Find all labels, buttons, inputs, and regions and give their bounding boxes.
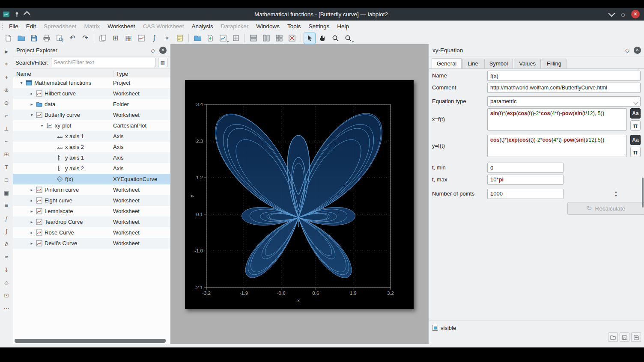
layout-grid-button[interactable] <box>273 33 285 44</box>
zoom-select-mode-button[interactable] <box>329 33 341 44</box>
close-properties-icon[interactable]: ✕ <box>634 47 641 54</box>
close-dock-icon[interactable]: ✕ <box>159 47 167 54</box>
tab-values[interactable]: Values <box>514 59 541 68</box>
new-workbook-button[interactable] <box>97 33 109 44</box>
worksheet-view[interactable]: -3.2-1.9-0.60.61.93.23.42.31.20.1-1.0-2.… <box>171 44 428 344</box>
filter-options-icon[interactable]: ▥ <box>158 58 167 67</box>
expander-icon[interactable]: ▾ <box>19 77 24 88</box>
save-as-template-icon[interactable] <box>631 332 641 342</box>
export-tool-icon[interactable]: ↧ <box>2 265 11 274</box>
constants-icon[interactable]: π <box>630 120 641 131</box>
zoom-fit-page-button[interactable] <box>230 33 242 44</box>
more-tool-icon[interactable]: ⋯ <box>2 303 11 313</box>
baseline-tool-icon[interactable]: ⊥ <box>2 124 11 133</box>
spin-up-icon[interactable]: ▲ <box>614 190 617 193</box>
expander-icon[interactable]: ▸ <box>29 206 34 217</box>
float-dock-icon[interactable]: ◇ <box>151 47 155 53</box>
menu-edit[interactable]: Edit <box>22 21 40 32</box>
butterfly-curve[interactable] <box>215 113 382 278</box>
float-properties-icon[interactable]: ◇ <box>625 47 629 53</box>
column-name[interactable]: Name <box>13 71 113 77</box>
function-tool-icon[interactable]: ƒ <box>2 214 11 223</box>
tree-row-butterfly-curve[interactable]: ▾Butterfly curveWorksheet <box>13 110 170 120</box>
plot-canvas[interactable]: -3.2-1.9-0.60.61.93.23.42.31.20.1-1.0-2.… <box>185 80 414 309</box>
expander-icon[interactable]: ▸ <box>29 88 34 99</box>
minimize-icon[interactable] <box>608 10 615 17</box>
new-note-button[interactable] <box>174 33 186 44</box>
cartesian-plot[interactable]: -3.2-1.9-0.60.61.93.23.42.31.20.1-1.0-2.… <box>185 80 414 309</box>
tree-row-mathematical-functions[interactable]: ▾Mathematical functionsProject <box>13 77 170 88</box>
points-spinbox[interactable]: 1000 ▲▼ <box>487 189 564 199</box>
maximize-icon[interactable]: ◇ <box>621 12 625 17</box>
tree-row-x-axis-2[interactable]: x axis 2Axis <box>13 142 170 152</box>
smooth-tool-icon[interactable]: ≈ <box>2 252 11 261</box>
break-layout-button[interactable] <box>286 33 298 44</box>
comment-field[interactable] <box>487 83 641 93</box>
select-tool-icon[interactable]: ► <box>2 47 11 56</box>
integral-tool-icon[interactable]: ∫ <box>2 226 11 236</box>
undo-button[interactable]: ↶ <box>66 33 78 44</box>
x-equation-field[interactable]: sin(t)*(exp(cos(t))-2*cos(4*t)-pow(sin(t… <box>487 108 627 131</box>
expander-icon[interactable]: ▸ <box>29 217 34 227</box>
menu-tools[interactable]: Tools <box>283 21 305 32</box>
tmin-field[interactable] <box>487 163 564 173</box>
name-field[interactable] <box>487 71 641 81</box>
y-equation-field[interactable]: cos(t)*(exp(cos(t))-2*cos(4*t)-pow(sin(t… <box>487 135 627 157</box>
tree-row-rose-curve[interactable]: ▸Rose CurveWorksheet <box>13 227 170 238</box>
tab-line[interactable]: Line <box>462 59 483 68</box>
print-preview-button[interactable] <box>54 33 66 44</box>
close-window-icon[interactable]: ✕ <box>631 10 640 18</box>
expander-icon[interactable]: ▸ <box>29 195 34 206</box>
region-tool-icon[interactable]: ▣ <box>2 188 11 197</box>
tree-row-data[interactable]: ▸dataFolder <box>13 99 170 110</box>
load-template-icon[interactable] <box>608 332 618 342</box>
new-cas-worksheet-button[interactable]: ∫ <box>148 33 160 44</box>
add-tool-icon[interactable]: + <box>2 72 11 82</box>
equation-type-select[interactable]: parametric <box>487 96 641 107</box>
layout-vertical-button[interactable] <box>260 33 272 44</box>
diamond-tool-icon[interactable]: ◇ <box>2 278 11 287</box>
derivative-tool-icon[interactable]: ∂ <box>2 239 11 249</box>
tmax-field[interactable]: 10*pi <box>487 175 564 185</box>
crosshair-tool-icon[interactable]: ⌖ <box>2 59 11 69</box>
new-spreadsheet-button[interactable]: ⊞ <box>110 33 122 44</box>
navigate-mode-button[interactable] <box>316 33 328 44</box>
expander-icon[interactable]: ▸ <box>29 184 34 195</box>
tree-row-xy-plot[interactable]: ▾xy-plotCartesianPlot <box>13 120 170 131</box>
tree-row-lemniscate[interactable]: ▸LemniscateWorksheet <box>13 206 170 217</box>
new-worksheet-button[interactable] <box>135 33 147 44</box>
menubar-handle[interactable] <box>1 23 3 30</box>
column-type[interactable]: Type <box>113 71 170 77</box>
select-mode-button[interactable] <box>304 33 316 44</box>
tab-filling[interactable]: Filling <box>542 59 566 68</box>
visible-checkbox[interactable] <box>432 325 438 331</box>
menu-worksheet[interactable]: Worksheet <box>104 21 139 32</box>
print-button[interactable] <box>41 33 53 44</box>
tree-row-piriform-curve[interactable]: ▸Piriform curveWorksheet <box>13 184 170 195</box>
matrix-tool-icon[interactable]: ⊡ <box>2 291 11 300</box>
tree-row-teardrop-curve[interactable]: ▸Teardrop CurveWorksheet <box>13 217 170 227</box>
import-data-button[interactable] <box>204 33 216 44</box>
menu-analysis[interactable]: Analysis <box>188 21 217 32</box>
tree-row-x-axis-1[interactable]: x axis 1Axis <box>13 131 170 142</box>
layout-horizontal-button[interactable] <box>247 33 259 44</box>
shade-window-icon[interactable] <box>24 11 30 18</box>
pin-icon[interactable] <box>14 12 20 17</box>
tab-symbol[interactable]: Symbol <box>484 59 513 68</box>
new-datapicker-button[interactable]: ⌖ <box>161 33 173 44</box>
expander-icon[interactable]: ▸ <box>29 99 34 110</box>
expander-icon[interactable]: ▸ <box>29 238 34 249</box>
curve-tool-icon[interactable]: ~ <box>2 136 11 146</box>
tree-row-eight-curve[interactable]: ▸Eight curveWorksheet <box>13 195 170 206</box>
text-tool-icon[interactable]: T <box>2 162 11 172</box>
new-document-button[interactable] <box>2 33 14 44</box>
menu-file[interactable]: File <box>5 21 22 32</box>
search-input[interactable] <box>51 58 155 67</box>
redo-button[interactable]: ↷ <box>79 33 91 44</box>
tree-row-y-axis-1[interactable]: y axis 1Axis <box>13 152 170 163</box>
text-format-icon[interactable]: Aa <box>630 135 641 145</box>
tab-general[interactable]: General <box>432 58 462 68</box>
grid-tool-icon[interactable]: ⊞ <box>2 149 11 159</box>
save-template-icon[interactable] <box>620 332 629 342</box>
expander-icon[interactable]: ▸ <box>29 227 34 238</box>
